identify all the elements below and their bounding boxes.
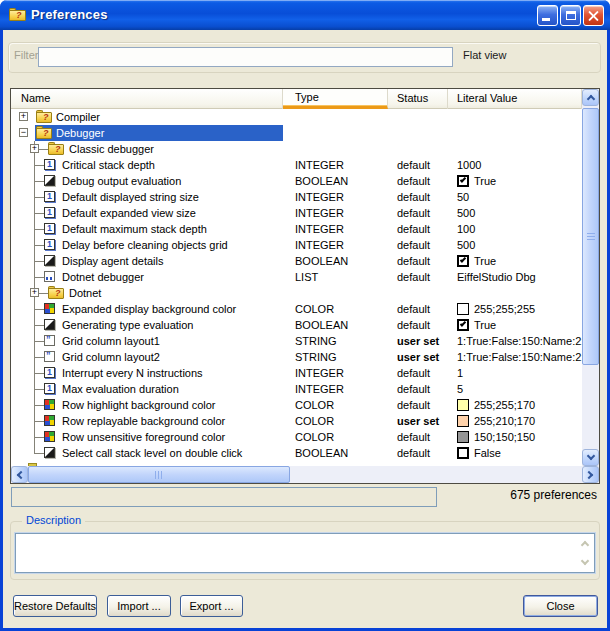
table-row-generating-type-evaluation[interactable]: Generating type evaluationBOOLEANdefault…: [11, 317, 582, 333]
table-row-default-displayed-string-size[interactable]: 1Default displayed string sizeINTEGERdef…: [11, 189, 582, 205]
preference-value: 150;150;150: [474, 429, 535, 445]
expand-plus-box[interactable]: +: [30, 144, 39, 153]
table-row-row-unsensitive-foreground-color[interactable]: Row unsensitive foreground colorCOLORdef…: [11, 429, 582, 445]
integer-icon: 1: [44, 367, 55, 378]
table-row-compiler[interactable]: +?Compiler: [11, 109, 582, 125]
scroll-left-button[interactable]: [11, 466, 28, 483]
preference-value: 255;210;170: [474, 413, 535, 429]
table-row-row-highlight-background-color[interactable]: Row highlight background colorCOLORdefau…: [11, 397, 582, 413]
preference-status: default: [397, 221, 430, 237]
filter-input[interactable]: [38, 47, 453, 67]
preference-value: 255;255;255: [474, 301, 535, 317]
table-row-debug-output-evaluation[interactable]: Debug output evaluationBOOLEANdefaultTru…: [11, 173, 582, 189]
preference-status: user set: [397, 413, 439, 429]
expand-plus-box[interactable]: +: [30, 288, 39, 297]
preferences-grid: NameTypeStatusLiteral Value +?Compiler−?…: [10, 88, 600, 484]
preference-type: BOOLEAN: [295, 173, 348, 189]
export-button[interactable]: Export ...: [180, 595, 243, 617]
column-header-literal-value[interactable]: Literal Value: [448, 89, 582, 109]
table-row-max-evaluation-duration[interactable]: 1Max evaluation durationINTEGERdefault5: [11, 381, 582, 397]
table-row-delay-before-cleaning-objects-grid[interactable]: 1Delay before cleaning objects gridINTEG…: [11, 237, 582, 253]
close-dialog-button[interactable]: Close: [523, 595, 598, 617]
preferences-count: 675 preferences: [440, 488, 597, 502]
preference-name: Delay before cleaning objects grid: [62, 237, 228, 253]
table-row-dotnet[interactable]: +?Dotnet: [11, 285, 582, 301]
scroll-right-button[interactable]: [582, 466, 599, 483]
vertical-scrollbar[interactable]: [582, 89, 599, 466]
column-header-status[interactable]: Status: [388, 89, 448, 109]
table-row-expanded-display-background-color[interactable]: Expanded display background colorCOLORde…: [11, 301, 582, 317]
titlebar[interactable]: ? Preferences: [0, 0, 610, 30]
preference-type: INTEGER: [295, 221, 344, 237]
preference-name: Row replayable background color: [62, 413, 225, 429]
preference-name: Max evaluation duration: [62, 381, 179, 397]
preference-type: STRING: [295, 333, 337, 349]
scroll-down-button[interactable]: [582, 449, 599, 466]
restore-defaults-button[interactable]: Restore Defaults: [13, 595, 97, 617]
maximize-button[interactable]: [560, 5, 581, 26]
horizontal-scroll-thumb[interactable]: [28, 466, 290, 483]
preference-name: Dotnet debugger: [62, 269, 144, 285]
preference-value: True: [474, 317, 496, 333]
vertical-scroll-thumb[interactable]: [582, 108, 599, 365]
color-icon: [44, 399, 55, 410]
preferences-window: ? Preferences Filter: Flat view NameType…: [0, 0, 610, 631]
folder-help-icon: ?: [48, 142, 64, 155]
horizontal-scrollbar[interactable]: [11, 466, 599, 483]
preference-type: COLOR: [295, 301, 334, 317]
table-row-grid-column-layout1[interactable]: ”Grid column layout1STRINGuser set1:True…: [11, 333, 582, 349]
table-row-row-replayable-background-color[interactable]: Row replayable background colorCOLORuser…: [11, 413, 582, 429]
table-row-debugger[interactable]: −?Debugger: [11, 125, 582, 141]
preference-type: INTEGER: [295, 205, 344, 221]
preference-type: INTEGER: [295, 365, 344, 381]
preference-name: Debug output evaluation: [62, 173, 181, 189]
preference-name: Row unsensitive foreground color: [62, 429, 225, 445]
preference-type: STRING: [295, 349, 337, 365]
preference-status: default: [397, 157, 430, 173]
column-header-name[interactable]: Name: [11, 89, 283, 109]
preference-value: 5: [457, 381, 463, 397]
chevron-right-icon: [585, 471, 593, 479]
table-row-critical-stack-depth[interactable]: 1Critical stack depthINTEGERdefault1000: [11, 157, 582, 173]
color-swatch: [457, 431, 469, 443]
table-row-interrupt-every-n-instructions[interactable]: 1Interrupt every N instructionsINTEGERde…: [11, 365, 582, 381]
value-checkbox-checked[interactable]: [457, 175, 469, 187]
collapse-minus-box[interactable]: −: [19, 128, 28, 137]
value-checkbox-checked[interactable]: [457, 319, 469, 331]
preference-value: 500: [457, 237, 475, 253]
column-header-type[interactable]: Type: [283, 89, 388, 109]
value-checkbox-checked[interactable]: [457, 255, 469, 267]
table-row-display-agent-details[interactable]: Display agent detailsBOOLEANdefaultTrue: [11, 253, 582, 269]
preference-value: 1:True:False:150:Name:2:: [457, 333, 582, 349]
table-row-default-maximum-stack-depth[interactable]: 1Default maximum stack depthINTEGERdefau…: [11, 221, 582, 237]
preference-status: default: [397, 429, 430, 445]
integer-icon: 1: [44, 239, 55, 250]
table-row-select-call-stack-level-on-double-click[interactable]: Select call stack level on double clickB…: [11, 445, 582, 461]
flat-view-button[interactable]: Flat view: [463, 49, 506, 61]
color-swatch: [457, 303, 469, 315]
folder-help-icon: ?: [48, 286, 64, 299]
minimize-icon: [542, 18, 550, 21]
preference-name: Default expanded view size: [62, 205, 196, 221]
close-button[interactable]: [583, 5, 604, 26]
color-swatch: [457, 415, 469, 427]
boolean-icon: [44, 255, 55, 266]
preference-value: EiffelStudio Dbg: [457, 269, 536, 285]
integer-icon: 1: [44, 383, 55, 394]
preference-name: Expanded display background color: [62, 301, 236, 317]
minimize-button[interactable]: [537, 5, 558, 26]
preference-type: BOOLEAN: [295, 317, 348, 333]
preference-type: BOOLEAN: [295, 445, 348, 461]
preference-type: COLOR: [295, 413, 334, 429]
table-row-default-expanded-view-size[interactable]: 1Default expanded view sizeINTEGERdefaul…: [11, 205, 582, 221]
table-row-dotnet-debugger[interactable]: Dotnet debuggerLISTdefaultEiffelStudio D…: [11, 269, 582, 285]
table-row-classic-debugger[interactable]: +?Classic debugger: [11, 141, 582, 157]
import-button[interactable]: Import ...: [107, 595, 171, 617]
scroll-up-button[interactable]: [582, 89, 599, 106]
preference-status: default: [397, 269, 430, 285]
description-textarea[interactable]: [15, 533, 595, 573]
value-checkbox-unchecked[interactable]: [457, 447, 469, 459]
table-row-grid-column-layout2[interactable]: ”Grid column layout2STRINGuser set1:True…: [11, 349, 582, 365]
preference-name: Default maximum stack depth: [62, 221, 207, 237]
expand-plus-box[interactable]: +: [19, 112, 28, 121]
